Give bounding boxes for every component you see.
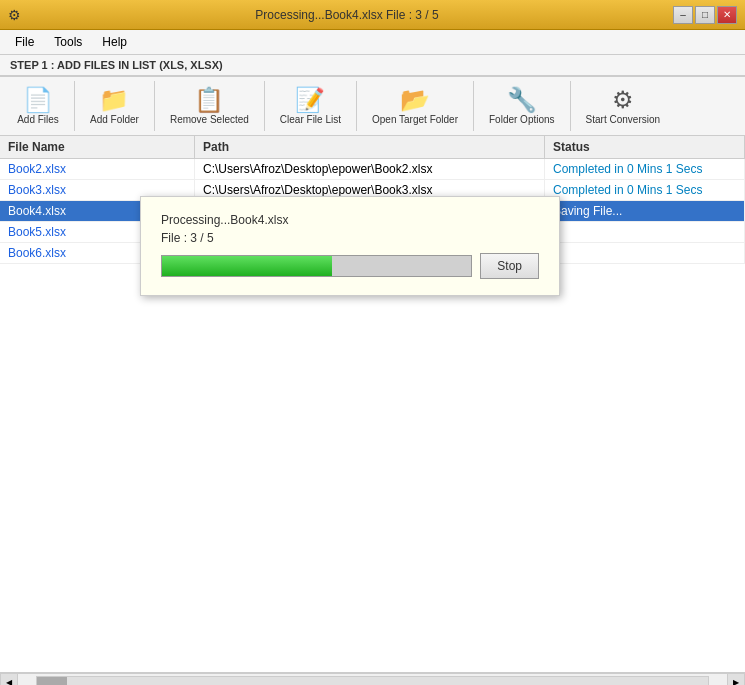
toolbar-divider-2 <box>154 81 155 131</box>
toolbar-divider-6 <box>570 81 571 131</box>
clear-file-list-icon: 📝 <box>295 88 325 112</box>
remove-selected-button[interactable]: 📋 Remove Selected <box>161 83 258 130</box>
step1-header: STEP 1 : ADD FILES IN LIST (XLS, XLSX) <box>0 55 745 77</box>
scroll-thumb[interactable] <box>37 677 67 685</box>
cell-status: Saving File... <box>545 201 745 222</box>
progress-track <box>161 255 472 277</box>
minimize-button[interactable]: – <box>673 6 693 24</box>
start-conversion-button[interactable]: ⚙ Start Conversion <box>577 83 669 130</box>
close-button[interactable]: ✕ <box>717 6 737 24</box>
toolbar-divider-3 <box>264 81 265 131</box>
popup-line2: File : 3 / 5 <box>161 231 539 245</box>
main-area: File Name Path Status Book2.xlsx C:\User… <box>0 136 745 673</box>
clear-file-list-button[interactable]: 📝 Clear File List <box>271 83 350 130</box>
add-files-icon: 📄 <box>23 88 53 112</box>
cell-filename: Book2.xlsx <box>0 159 195 180</box>
add-folder-button[interactable]: 📁 Add Folder <box>81 83 148 130</box>
scroll-right-arrow[interactable]: ▶ <box>727 673 745 685</box>
popup-progress-row: Stop <box>161 253 539 279</box>
progress-fill <box>162 256 332 276</box>
col-path: Path <box>195 136 545 159</box>
col-filename: File Name <box>0 136 195 159</box>
cell-status <box>545 243 745 264</box>
cell-status <box>545 222 745 243</box>
toolbar-divider-4 <box>356 81 357 131</box>
title-bar: ⚙ Processing...Book4.xlsx File : 3 / 5 –… <box>0 0 745 30</box>
start-conversion-icon: ⚙ <box>612 88 634 112</box>
processing-popup: Processing...Book4.xlsx File : 3 / 5 Sto… <box>140 196 560 296</box>
table-row[interactable]: Book2.xlsx C:\Users\Afroz\Desktop\epower… <box>0 159 745 180</box>
open-target-folder-toolbar-button[interactable]: 📂 Open Target Folder <box>363 83 467 130</box>
scroll-track[interactable] <box>36 676 709 685</box>
window-controls: – □ ✕ <box>673 6 737 24</box>
open-target-folder-toolbar-icon: 📂 <box>400 88 430 112</box>
add-files-button[interactable]: 📄 Add Files <box>8 83 68 130</box>
menu-file[interactable]: File <box>5 33 44 51</box>
toolbar-divider-5 <box>473 81 474 131</box>
maximize-button[interactable]: □ <box>695 6 715 24</box>
add-folder-icon: 📁 <box>99 88 129 112</box>
cell-status: Completed in 0 Mins 1 Secs <box>545 180 745 201</box>
col-status: Status <box>545 136 745 159</box>
menu-tools[interactable]: Tools <box>44 33 92 51</box>
app-icon: ⚙ <box>8 7 21 23</box>
menu-bar: File Tools Help <box>0 30 745 55</box>
scroll-left-arrow[interactable]: ◀ <box>0 673 18 685</box>
stop-button[interactable]: Stop <box>480 253 539 279</box>
cell-path: C:\Users\Afroz\Desktop\epower\Book2.xlsx <box>195 159 545 180</box>
table-header-row: File Name Path Status <box>0 136 745 159</box>
folder-options-button[interactable]: 🔧 Folder Options <box>480 83 564 130</box>
folder-options-icon: 🔧 <box>507 88 537 112</box>
horizontal-scrollbar[interactable]: ◀ ▶ <box>0 673 745 685</box>
remove-selected-icon: 📋 <box>194 88 224 112</box>
popup-line1: Processing...Book4.xlsx <box>161 213 539 227</box>
title-bar-title: Processing...Book4.xlsx File : 3 / 5 <box>21 8 673 22</box>
menu-help[interactable]: Help <box>92 33 137 51</box>
cell-status: Completed in 0 Mins 1 Secs <box>545 159 745 180</box>
toolbar-divider-1 <box>74 81 75 131</box>
toolbar: 📄 Add Files 📁 Add Folder 📋 Remove Select… <box>0 77 745 136</box>
